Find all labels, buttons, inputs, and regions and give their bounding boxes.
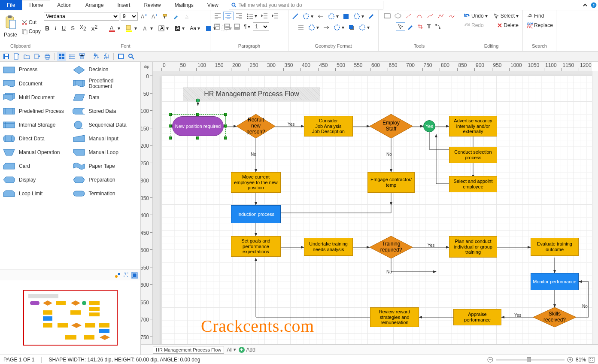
eyedropper-icon[interactable]: [171, 12, 181, 21]
arrow-start-opts-icon[interactable]: ▾: [327, 12, 340, 21]
tool-freeform-icon[interactable]: [447, 12, 456, 20]
shadow-icon[interactable]: [347, 23, 356, 32]
vertical-scrollbar[interactable]: [592, 71, 598, 344]
fit-page-icon[interactable]: [589, 357, 595, 363]
qat-export-icon[interactable]: [33, 52, 41, 61]
line-settings-icon[interactable]: ▾: [301, 12, 315, 21]
node-yes-circle[interactable]: Yes: [423, 120, 435, 132]
node-recruit[interactable]: Recruit new person?: [237, 114, 275, 138]
shape-fill-icon[interactable]: [341, 12, 351, 21]
align-right-icon[interactable]: [234, 12, 244, 20]
tool-curve-icon[interactable]: [425, 12, 435, 20]
canvas-viewport[interactable]: HR Management Process Flow: [153, 71, 592, 344]
tool-ellipse-icon[interactable]: [393, 12, 403, 20]
tab-action[interactable]: Action: [50, 0, 78, 10]
border-icon[interactable]: ▾: [220, 24, 233, 33]
format-painter-icon[interactable]: [161, 12, 170, 21]
node-review-reward[interactable]: Review reward strategies and remuneratio…: [370, 307, 419, 327]
underline-button[interactable]: U: [61, 24, 67, 32]
node-training-required[interactable]: Training required?: [370, 236, 413, 258]
zoom-slider[interactable]: [496, 359, 565, 361]
italic-button[interactable]: I: [53, 24, 58, 33]
shape-multidoc[interactable]: Multi Document: [3, 92, 68, 103]
replace-button[interactable]: ABACReplace: [525, 21, 554, 29]
valign-bot-icon[interactable]: [233, 23, 241, 30]
shape-preparation[interactable]: Preparation: [73, 174, 138, 185]
case-icon[interactable]: Aa▾: [188, 24, 201, 32]
line-style-icon[interactable]: [291, 12, 300, 21]
shape-card[interactable]: Card: [3, 161, 68, 172]
tool-crop-icon[interactable]: [416, 23, 425, 30]
cut-button[interactable]: Cut: [20, 18, 38, 26]
add-page-button[interactable]: +Add: [239, 347, 255, 353]
qat-print-icon[interactable]: [43, 52, 52, 61]
qat-grid-icon[interactable]: [57, 52, 66, 61]
tool-polyline-icon[interactable]: [436, 12, 446, 20]
node-move-employee[interactable]: Move current employee to the new positio…: [231, 172, 281, 193]
shape-termination[interactable]: Termination: [73, 188, 138, 199]
qat-zoom-icon[interactable]: [127, 52, 135, 61]
node-employ-staff[interactable]: Employ Staff: [370, 114, 413, 138]
tool-select-icon[interactable]: [396, 23, 405, 30]
collapse-ribbon-icon[interactable]: [581, 0, 589, 10]
char-shading-icon[interactable]: A▾: [173, 24, 186, 33]
vertical-ruler[interactable]: 0501001502002503003504004505005506006507…: [141, 71, 153, 344]
ov-tool-3-icon[interactable]: [132, 272, 138, 278]
ov-tool-2-icon[interactable]: [123, 272, 129, 278]
superscript-button[interactable]: X2: [90, 23, 99, 33]
help-icon[interactable]: ?: [589, 0, 598, 10]
shape-display[interactable]: Display: [3, 174, 68, 185]
shape-manual-input[interactable]: Manual Input: [73, 133, 138, 144]
node-job-analysis[interactable]: Consider Job Analysis Job Description: [304, 116, 353, 136]
shadow-opts-icon[interactable]: ▾: [358, 23, 371, 32]
node-skills-received[interactable]: Skills received?: [533, 307, 576, 327]
redo-button[interactable]: Redo: [463, 21, 485, 29]
tab-view[interactable]: View: [200, 0, 225, 10]
shape-manual-loop[interactable]: Manual Loop: [73, 147, 138, 158]
qat-fullscreen-icon[interactable]: [116, 52, 125, 61]
arrow-end-icon[interactable]: [322, 23, 331, 32]
shape-document[interactable]: Document: [3, 78, 68, 89]
qat-tree-icon[interactable]: [78, 52, 86, 61]
line-spacing-select[interactable]: 1: [253, 22, 269, 31]
delete-button[interactable]: Delete: [496, 21, 520, 29]
shape-paper-tape[interactable]: Paper Tape: [73, 161, 138, 172]
shape-process[interactable]: Process: [3, 64, 68, 76]
tool-rect-icon[interactable]: [382, 12, 392, 20]
tool-arc-icon[interactable]: [415, 12, 424, 20]
overview-panel[interactable]: [0, 280, 140, 355]
shape-internal-storage[interactable]: Internal Storage: [3, 119, 68, 130]
shrink-font-icon[interactable]: A: [150, 12, 159, 21]
font-color-icon[interactable]: A▾: [107, 24, 121, 33]
shape-predef-doc[interactable]: Predefined Document: [73, 78, 138, 89]
clear-format-icon[interactable]: [182, 12, 191, 21]
dec-indent-icon[interactable]: [260, 12, 269, 20]
drawing-canvas[interactable]: HR Management Process Flow: [161, 76, 592, 344]
qat-list-icon[interactable]: [67, 52, 76, 61]
tell-me-search[interactable]: Tell me what you want to do: [229, 1, 383, 9]
shape-fill-opts-icon[interactable]: ▾: [352, 12, 365, 21]
text-effects-icon[interactable]: A▾: [141, 24, 154, 33]
shape-manual-op[interactable]: Manual Operation: [3, 147, 68, 158]
line-weight-opts-icon[interactable]: ▾: [307, 23, 320, 32]
shape-data[interactable]: Data: [73, 92, 138, 103]
text-dir-icon[interactable]: ¶▾: [243, 23, 252, 30]
tool-edit-icon[interactable]: [406, 23, 415, 30]
paste-icon[interactable]: [4, 15, 16, 30]
node-advertise[interactable]: Advertise vacancy internally and/or exte…: [449, 116, 497, 136]
highlight-icon[interactable]: ▾: [124, 24, 138, 33]
node-engage-contractor[interactable]: Emgage contractor/ temp: [367, 172, 415, 193]
shape-sequential-data[interactable]: Sequencial Data: [73, 119, 138, 130]
horizontal-ruler[interactable]: 0501001502002503003504004505005506006507…: [153, 62, 592, 71]
arrow-end-opts-icon[interactable]: ▾: [332, 23, 346, 32]
subscript-button[interactable]: X2: [79, 24, 88, 33]
tab-arrange[interactable]: Arrange: [79, 0, 111, 10]
pen-icon[interactable]: [367, 12, 376, 21]
shape-loop-limit[interactable]: Loop Limit: [3, 188, 68, 199]
node-monitor[interactable]: Monitor performance: [531, 273, 579, 290]
tab-review[interactable]: Review: [137, 0, 167, 10]
char-border-icon[interactable]: A▾: [157, 24, 170, 33]
font-family-select[interactable]: Verdana: [44, 12, 119, 21]
qat-open-icon[interactable]: [22, 52, 31, 61]
tab-mailings[interactable]: Mailings: [168, 0, 200, 10]
